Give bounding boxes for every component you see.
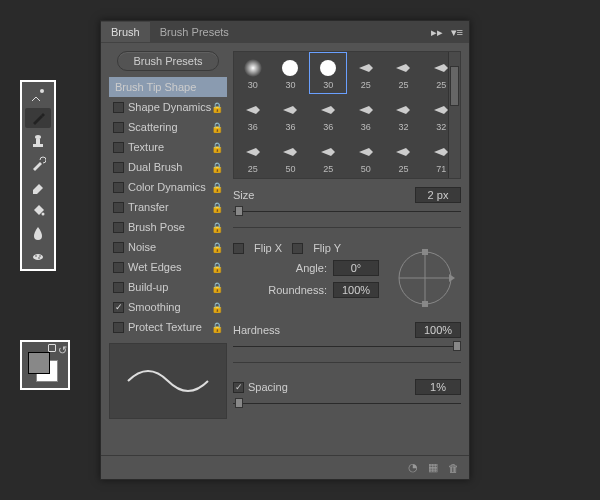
angle-compass[interactable] — [389, 242, 461, 314]
hardness-value[interactable]: 100% — [415, 322, 461, 338]
size-value[interactable]: 2 px — [415, 187, 461, 203]
brush-tip-cell[interactable]: 50 — [347, 136, 385, 178]
eraser-tool[interactable] — [25, 177, 51, 197]
heal-tool[interactable] — [25, 85, 51, 105]
brush-size-label: 25 — [248, 164, 258, 174]
panel-footer: ◔ ▦ 🗑 — [101, 455, 469, 479]
lock-icon[interactable]: 🔒 — [211, 182, 223, 193]
tab-brush-presets[interactable]: Brush Presets — [150, 22, 239, 42]
foreground-color[interactable] — [28, 352, 50, 374]
tab-brush[interactable]: Brush — [101, 22, 150, 42]
option-scattering[interactable]: Scattering🔒 — [109, 117, 227, 137]
brush-size-label: 36 — [323, 122, 333, 132]
brush-tip-cell[interactable]: 36 — [272, 94, 310, 136]
option-label: Build-up — [128, 281, 168, 293]
angle-value[interactable]: 0° — [333, 260, 379, 276]
option-wet-edges[interactable]: Wet Edges🔒 — [109, 257, 227, 277]
option-protect-texture[interactable]: Protect Texture🔒 — [109, 317, 227, 337]
brush-tip-cell[interactable]: 25 — [347, 52, 385, 94]
option-dual-brush[interactable]: Dual Brush🔒 — [109, 157, 227, 177]
brush-tip-cell[interactable]: 50 — [422, 178, 460, 179]
checkbox[interactable] — [113, 282, 124, 293]
lock-icon[interactable]: 🔒 — [211, 242, 223, 253]
brush-tip-cell[interactable]: 36 — [309, 94, 347, 136]
swap-colors-icon[interactable] — [48, 344, 56, 352]
svg-point-0 — [40, 89, 44, 93]
option-build-up[interactable]: Build-up🔒 — [109, 277, 227, 297]
cycle-icon[interactable]: ▸▸ — [431, 26, 443, 39]
brush-tip-cell[interactable]: 50 — [234, 178, 272, 179]
size-slider[interactable] — [233, 205, 461, 219]
roundness-value[interactable]: 100% — [333, 282, 379, 298]
lock-icon[interactable]: 🔒 — [211, 302, 223, 313]
option-label: Brush Pose — [128, 221, 185, 233]
checkbox[interactable] — [113, 122, 124, 133]
checkbox[interactable] — [113, 322, 124, 333]
stamp-tool[interactable] — [25, 131, 51, 151]
lock-icon[interactable]: 🔒 — [211, 102, 223, 113]
lock-icon[interactable]: 🔒 — [211, 282, 223, 293]
brush-tool[interactable] — [25, 108, 51, 128]
option-brush-tip-shape[interactable]: Brush Tip Shape — [109, 77, 227, 97]
spacing-value[interactable]: 1% — [415, 379, 461, 395]
option-texture[interactable]: Texture🔒 — [109, 137, 227, 157]
brush-tip-cell[interactable]: 50 — [385, 178, 423, 179]
flip-x-checkbox[interactable] — [233, 243, 244, 254]
brush-tip-cell[interactable]: 30 — [234, 52, 272, 94]
lock-icon[interactable]: 🔒 — [211, 262, 223, 273]
flip-y-checkbox[interactable] — [292, 243, 303, 254]
brush-tip-cell[interactable]: 25 — [385, 136, 423, 178]
hardness-slider[interactable] — [233, 340, 461, 354]
option-noise[interactable]: Noise🔒 — [109, 237, 227, 257]
grid-scrollbar[interactable] — [448, 52, 460, 178]
checkbox[interactable] — [113, 202, 124, 213]
bucket-tool[interactable] — [25, 200, 51, 220]
spacing-checkbox[interactable]: ✓ — [233, 382, 244, 393]
option-label: Shape Dynamics — [128, 101, 211, 113]
option-color-dynamics[interactable]: Color Dynamics🔒 — [109, 177, 227, 197]
lock-icon[interactable]: 🔒 — [211, 142, 223, 153]
checkbox[interactable] — [113, 102, 124, 113]
panel-menu-icon[interactable]: ▾≡ — [451, 26, 463, 39]
spacing-slider[interactable] — [233, 397, 461, 411]
option-smoothing[interactable]: Smoothing🔒 — [109, 297, 227, 317]
brush-tip-cell[interactable]: 25 — [385, 52, 423, 94]
default-colors-icon[interactable]: ↺ — [58, 344, 66, 352]
sponge-tool[interactable] — [25, 246, 51, 266]
checkbox[interactable] — [113, 182, 124, 193]
toggle-preview-icon[interactable]: ◔ — [408, 461, 418, 474]
trash-icon[interactable]: 🗑 — [448, 462, 459, 474]
brush-tip-cell[interactable]: 36 — [347, 94, 385, 136]
option-shape-dynamics[interactable]: Shape Dynamics🔒 — [109, 97, 227, 117]
lock-icon[interactable]: 🔒 — [211, 122, 223, 133]
brush-tip-cell[interactable]: 50 — [347, 178, 385, 179]
checkbox[interactable] — [113, 302, 124, 313]
brush-tip-cell[interactable]: 50 — [272, 178, 310, 179]
blur-tool[interactable] — [25, 223, 51, 243]
new-preset-icon[interactable]: ▦ — [428, 461, 438, 474]
scrollbar-thumb[interactable] — [450, 66, 459, 106]
brush-tip-cell[interactable]: 32 — [385, 94, 423, 136]
brush-tip-cell[interactable]: 25 — [309, 136, 347, 178]
brush-tip-cell[interactable]: 50 — [309, 178, 347, 179]
history-brush-tool[interactable] — [25, 154, 51, 174]
option-brush-pose[interactable]: Brush Pose🔒 — [109, 217, 227, 237]
roundness-label: Roundness: — [267, 284, 327, 296]
brush-tip-cell[interactable]: 36 — [234, 94, 272, 136]
lock-icon[interactable]: 🔒 — [211, 202, 223, 213]
checkbox[interactable] — [113, 262, 124, 273]
brush-tip-cell[interactable]: 30 — [272, 52, 310, 94]
svg-point-3 — [35, 135, 41, 139]
lock-icon[interactable]: 🔒 — [211, 222, 223, 233]
brush-tip-cell[interactable]: 50 — [272, 136, 310, 178]
brush-tip-cell[interactable]: 30 — [309, 52, 347, 94]
brush-presets-button[interactable]: Brush Presets — [117, 51, 219, 71]
checkbox[interactable] — [113, 222, 124, 233]
lock-icon[interactable]: 🔒 — [211, 322, 223, 333]
checkbox[interactable] — [113, 242, 124, 253]
brush-tip-cell[interactable]: 25 — [234, 136, 272, 178]
option-transfer[interactable]: Transfer🔒 — [109, 197, 227, 217]
checkbox[interactable] — [113, 162, 124, 173]
checkbox[interactable] — [113, 142, 124, 153]
lock-icon[interactable]: 🔒 — [211, 162, 223, 173]
